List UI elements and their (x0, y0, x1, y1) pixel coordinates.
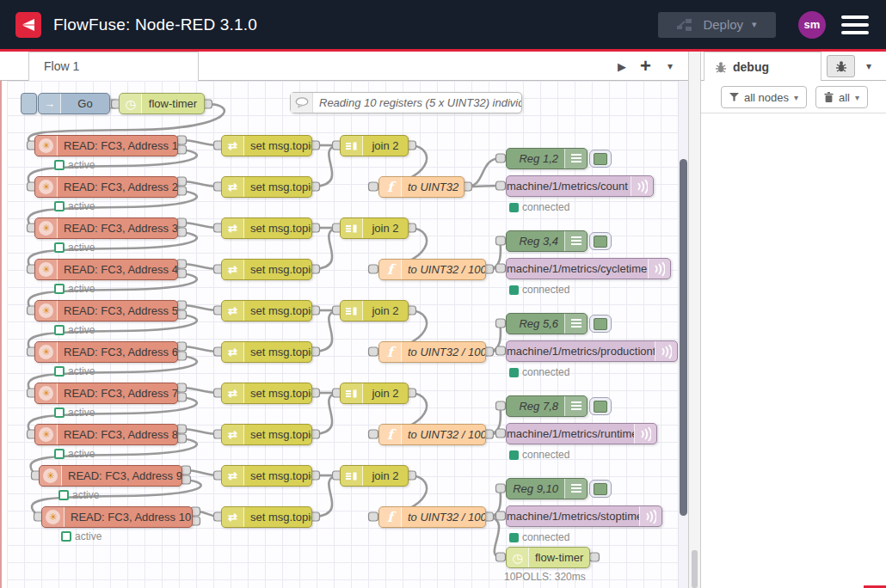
timer-icon: ◷ (120, 94, 142, 113)
node-label: Go (61, 97, 109, 110)
node-status: connected (509, 201, 569, 213)
node-label: join 2 (363, 469, 408, 482)
node-inject-go[interactable]: → Go (38, 93, 110, 114)
node-change[interactable]: ⇄set msg.topic (221, 383, 312, 404)
node-change[interactable]: ⇄set msg.topic (221, 341, 312, 363)
node-mqtt-out[interactable]: machine/1/metrics/cycletime (506, 258, 671, 279)
filter-icon (729, 93, 739, 101)
node-flow-timer-top[interactable]: ◷ flow-timer (119, 93, 205, 114)
node-modbus-read-7[interactable]: ✳READ: FC3, Address 7 (34, 383, 178, 404)
node-mqtt-out[interactable]: machine/1/metrics/runtime (506, 423, 657, 444)
sidebar-options-chevron-icon[interactable]: ▾ (866, 52, 871, 81)
node-label: Reg 7,8 (507, 400, 564, 413)
node-red-window: FlowFuse: Node-RED 3.1.0 Deploy ▾ sm Flo… (0, 0, 886, 588)
open-debug-window-button[interactable] (827, 55, 855, 77)
node-label: set msg.topic (244, 181, 311, 193)
node-debug[interactable]: Reg 5,6 (506, 313, 588, 334)
mqtt-publish-icon (634, 424, 656, 444)
node-modbus-read-6[interactable]: ✳READ: FC3, Address 6 (34, 341, 178, 363)
node-mqtt-out[interactable]: machine/1/metrics/stoptime (506, 505, 662, 527)
sidebar-resize-handle[interactable] (688, 52, 701, 588)
node-join[interactable]: join 2 (340, 135, 409, 156)
user-avatar[interactable]: sm (798, 11, 826, 39)
node-mqtt-out[interactable]: machine/1/metrics/productiontime (506, 340, 678, 362)
node-join[interactable]: join 2 (340, 217, 409, 239)
node-mqtt-out[interactable]: machine/1/metrics/count (506, 175, 654, 197)
comment-text: Reading 10 registers (5 x UINT32) indivi… (313, 96, 521, 109)
node-change[interactable]: ⇄set msg.topic (221, 135, 312, 156)
node-label: to UINT32 / 100 (402, 346, 485, 358)
node-function[interactable]: fto UINT32 / 100 (378, 424, 486, 445)
node-modbus-read-2[interactable]: ✳READ: FC3, Address 2 (34, 176, 178, 198)
node-function[interactable]: fto UINT32 (378, 176, 465, 198)
debug-list-icon (564, 396, 587, 416)
node-status: active (54, 448, 95, 460)
node-modbus-read-1[interactable]: ✳READ: FC3, Address 1 (34, 135, 178, 156)
node-label: READ: FC3, Address 2 (58, 181, 177, 193)
node-debug[interactable]: Reg 3,4 (506, 230, 588, 252)
node-modbus-read-3[interactable]: ✳READ: FC3, Address 3 (34, 217, 178, 239)
flow-list-chevron-icon[interactable]: ▾ (668, 52, 673, 81)
node-debug[interactable]: Reg 1,2 (506, 148, 588, 169)
node-status: active (54, 365, 95, 377)
node-label: READ: FC3, Address 7 (58, 387, 177, 400)
node-function[interactable]: fto UINT32 / 100 (378, 506, 486, 528)
node-status: active (54, 242, 95, 254)
status-dot-icon (509, 533, 519, 542)
node-status: connected (509, 449, 569, 461)
debug-messages-panel[interactable] (701, 113, 886, 588)
node-debug[interactable]: Reg 7,8 (506, 395, 588, 417)
modbus-icon: ✳ (35, 342, 58, 362)
debug-enable-toggle[interactable] (589, 315, 612, 333)
node-status: active (58, 489, 99, 501)
node-label: Reg 5,6 (507, 317, 564, 330)
node-debug[interactable]: Reg 9,10 (506, 478, 588, 499)
inject-button[interactable] (21, 93, 37, 114)
debug-enable-toggle[interactable] (589, 150, 612, 168)
node-modbus-read-5[interactable]: ✳READ: FC3, Address 5 (34, 300, 178, 322)
deploy-button[interactable]: Deploy ▾ (658, 12, 776, 38)
tab-flow-1[interactable]: Flow 1 (28, 52, 199, 81)
node-comment[interactable]: Reading 10 registers (5 x UINT32) indivi… (290, 92, 522, 113)
node-join[interactable]: join 2 (340, 383, 409, 404)
join-icon (341, 383, 363, 403)
node-join[interactable]: join 2 (340, 300, 409, 322)
node-modbus-read-10[interactable]: ✳READ: FC3, Address 10 (41, 506, 193, 528)
change-icon: ⇄ (222, 260, 244, 279)
node-modbus-read-9[interactable]: ✳READ: FC3, Address 9 (39, 465, 182, 487)
debug-enable-toggle[interactable] (589, 232, 612, 250)
node-label: machine/1/metrics/productiontime (507, 345, 655, 358)
run-flow-icon[interactable]: ▶ (618, 52, 626, 81)
node-change[interactable]: ⇄set msg.topic (221, 259, 312, 280)
add-flow-button[interactable]: + (640, 52, 651, 81)
node-flow-timer-bottom[interactable]: ◷ flow-timer (506, 547, 590, 568)
node-label: READ: FC3, Address 1 (58, 139, 177, 152)
node-function[interactable]: fto UINT32 / 100 (378, 341, 486, 363)
node-status: 10POLLS: 320ms (504, 571, 586, 583)
node-modbus-read-4[interactable]: ✳READ: FC3, Address 4 (34, 259, 178, 280)
main-menu-icon[interactable] (841, 15, 869, 34)
debug-enable-toggle[interactable] (589, 397, 612, 415)
node-change[interactable]: ⇄set msg.topic (221, 300, 312, 322)
node-change[interactable]: ⇄set msg.topic (221, 176, 312, 198)
node-label: set msg.topic (244, 304, 311, 317)
node-status: connected (509, 366, 569, 378)
debug-clear-button[interactable]: all ▾ (815, 86, 868, 108)
node-label: join 2 (363, 222, 408, 235)
node-change[interactable]: ⇄set msg.topic (221, 424, 312, 445)
node-label: machine/1/metrics/stoptime (507, 510, 639, 523)
node-function[interactable]: fto UINT32 / 100 (378, 259, 486, 280)
debug-enable-toggle[interactable] (589, 480, 612, 498)
canvas-scrollbar-thumb[interactable] (680, 159, 687, 516)
tab-debug[interactable]: debug (704, 52, 821, 81)
flow-canvas[interactable]: → Go ◷ flow-timer Reading 10 registers (… (7, 81, 678, 588)
node-change[interactable]: ⇄set msg.topic (221, 506, 312, 528)
node-label: machine/1/metrics/cycletime (507, 262, 648, 275)
node-label: READ: FC3, Address 4 (58, 263, 177, 276)
node-change[interactable]: ⇄set msg.topic (221, 465, 312, 487)
node-modbus-read-8[interactable]: ✳READ: FC3, Address 8 (34, 424, 178, 445)
debug-filter-button[interactable]: all nodes ▾ (721, 86, 807, 108)
node-change[interactable]: ⇄set msg.topic (221, 217, 312, 239)
bug-icon (715, 61, 727, 73)
node-join[interactable]: join 2 (340, 465, 409, 487)
